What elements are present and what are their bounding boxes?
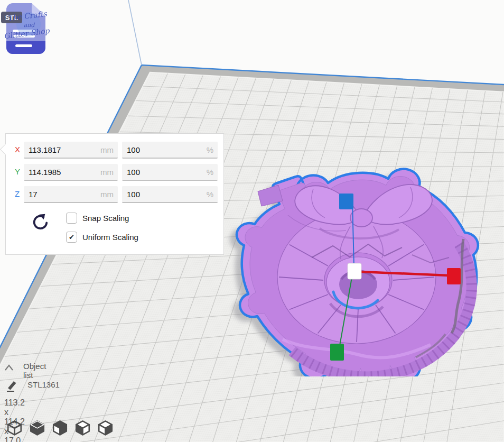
scale-handle-z[interactable]: [339, 194, 353, 209]
edit-pencil-icon[interactable]: [5, 377, 19, 392]
x-axis-label: X: [15, 145, 20, 154]
camera-view-toolbar: [6, 419, 114, 437]
x-axis-line: [361, 272, 449, 275]
collapse-chevron-icon[interactable]: [3, 363, 15, 372]
view-3d-button[interactable]: [6, 419, 23, 437]
y-axis-label: Y: [15, 167, 20, 177]
cube-front-icon: [29, 419, 45, 437]
z-axis-line: [352, 201, 354, 267]
view-front-button[interactable]: [29, 419, 45, 437]
cube-left-icon: [74, 419, 91, 437]
scale-z-percent-input[interactable]: [122, 186, 218, 202]
scale-z-mm-input[interactable]: [24, 186, 118, 202]
view-left-button[interactable]: [74, 419, 91, 437]
scale-row-y: Y mm %: [6, 164, 223, 180]
object-list-item[interactable]: STL1361: [27, 380, 60, 389]
cura-3d-viewport: STL The Crafts and Glitter Shop X mm % Y: [0, 0, 504, 442]
y-axis-line: [339, 278, 352, 348]
cube-top-icon: [52, 419, 68, 437]
snap-scaling-label: Snap Scaling: [82, 214, 129, 223]
cube-right-icon: [97, 419, 114, 437]
object-list-title[interactable]: Object list: [23, 362, 46, 380]
uniform-scaling-label: Uniform Scaling: [82, 233, 138, 242]
svg-text:and: and: [24, 22, 35, 29]
snap-scaling-checkbox[interactable]: [66, 213, 77, 224]
scale-row-x: X mm %: [6, 142, 223, 158]
scale-y-percent-input[interactable]: [122, 164, 218, 180]
checkmark-icon: ✔: [69, 233, 74, 241]
scale-row-z: Z mm %: [6, 186, 223, 202]
view-top-button[interactable]: [52, 419, 68, 437]
file-icon-band: [6, 41, 45, 54]
view-right-button[interactable]: [97, 419, 114, 437]
cube-3d-icon: [6, 419, 23, 437]
scale-x-percent-input[interactable]: [122, 142, 218, 158]
scale-handle-center[interactable]: [348, 263, 361, 279]
reset-scale-button[interactable]: [31, 213, 50, 233]
scale-tool-panel: X mm % Y mm % Z mm: [5, 133, 224, 255]
scale-handle-y[interactable]: [330, 344, 344, 361]
stl-file-icon: STL The Crafts and Glitter Shop: [1, 1, 51, 55]
scale-handle-x[interactable]: [447, 268, 461, 284]
scale-x-mm-input[interactable]: [24, 142, 118, 158]
z-axis-label: Z: [15, 189, 20, 199]
uniform-scaling-checkbox[interactable]: ✔: [66, 232, 77, 243]
scale-y-mm-input[interactable]: [24, 164, 118, 180]
